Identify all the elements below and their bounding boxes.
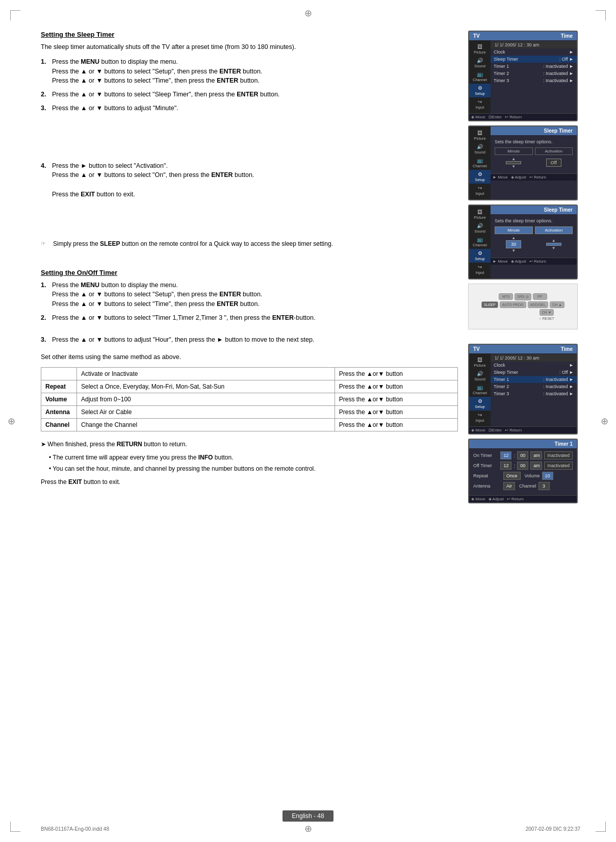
footer-enter: ⊡Enter [489, 428, 502, 432]
sleep-footer-2: ► Move ◈ Adjust ↩ Return [491, 258, 577, 265]
nav-label: Sound [474, 64, 485, 68]
sleep-header-1: Sleep Timer [491, 126, 577, 135]
channel-value: 3 [538, 482, 550, 490]
setup-icon: ⚙ [478, 85, 482, 91]
repeat-label: Repeat [473, 473, 501, 478]
minute-control: ▲ ▼ [495, 157, 533, 169]
btn-mts: MTS [499, 293, 513, 300]
tv-footer-time1: ◈ Move ⊡Enter ↩ Return [469, 113, 577, 120]
s2-step-2: 2. Press the ▲ or ▼ buttons to select "T… [41, 313, 458, 323]
nav-label: Picture [474, 136, 485, 141]
tv-menu-clock: Clock ► [491, 48, 577, 56]
remote-row-3: CH ▼ [492, 309, 554, 316]
corner-mark-bl [10, 822, 20, 832]
s2-step-2-text: Press the ▲ or ▼ buttons to select "Time… [52, 313, 458, 323]
sleep-nav-sound: 🔊 Sound [469, 221, 491, 235]
section1-steps: 1. Press the MENU button to display the … [41, 57, 458, 113]
channel-icon: 📺 [477, 237, 483, 242]
antenna-value: Air [503, 482, 515, 490]
footer-move: ◈ Move [471, 115, 485, 119]
step-4: 4. Press the ► button to select "Activat… [41, 161, 458, 199]
section2-steps: 1. Press the MENU button to display the … [41, 280, 458, 323]
compass-top: ⊕ [304, 8, 312, 19]
tv-nav-setup-2: ⚙ Setup [469, 397, 491, 411]
table-cell: Adjust from 0~100 [77, 393, 335, 406]
nav-label: Picture [474, 50, 485, 55]
footer-return: ↩ Return [507, 497, 524, 501]
tv-header-right-2: Time [561, 346, 573, 352]
sleep-nav-setup: ⚙ Setup [469, 170, 491, 184]
col-minute-sel: Minute [495, 226, 533, 234]
input-icon: ↪ [478, 185, 482, 191]
tv-footer-time2: ◈ Move ⊡Enter ↩ Return [469, 426, 577, 433]
tv-header-right: Time [561, 33, 573, 39]
sleep-nav-input: ↪ Input [469, 184, 491, 197]
activation-value: Off [546, 159, 561, 167]
activation-control: Off [535, 159, 573, 167]
timer1-screen: Timer 1 On Timer 12 : 00 am Inactivated … [468, 439, 578, 503]
sleep-note: ☞ Simply press the SLEEP button on the r… [41, 239, 458, 248]
footer-adjust: ◈ Adjust [489, 497, 504, 501]
timer-offtimer-row: Off Timer 12 : 00 am Inactivated [473, 462, 573, 470]
step-3-num: 3. [41, 104, 49, 113]
footer-adjust: ◈ Adjust [511, 175, 526, 180]
section1-title: Setting the Sleep Timer [41, 31, 458, 38]
bullet-list: The current time will appear every time … [49, 453, 458, 473]
menu-value: : Inactivated ► [543, 391, 574, 396]
note-icon: ☞ [41, 239, 49, 248]
menu-label: Sleep Timer [494, 370, 518, 375]
tv-sidebar-time2: 🖼 Picture 🔊 Sound 📺 Channel ⚙ [469, 353, 577, 426]
nav-label: Setup [475, 257, 485, 261]
tv-nav-sound-2: 🔊 Sound [469, 369, 491, 383]
nav-label: Picture [474, 363, 485, 368]
sound-icon: 🔊 [477, 144, 483, 149]
compass-right: ⊕ [601, 416, 608, 427]
sound-icon: 🔊 [477, 58, 483, 63]
sleep-col-headers-1: Minute Activation [495, 147, 573, 155]
offtimer-label: Off Timer [473, 463, 498, 468]
exit-note: Press the EXIT button to exit. [41, 478, 458, 486]
table-cell: Select Air or Cable [77, 406, 335, 419]
tv-nav-channel-2: 📺 Channel [469, 383, 491, 397]
nav-label: Input [476, 418, 484, 423]
nav-label: Setup [475, 404, 485, 409]
remote-control-image: MTS SRS ◎ PP SLEEP AUTO PROG ADD/DEL CH … [468, 284, 578, 329]
channel-icon: 📺 [477, 158, 483, 163]
return-note: ➤ When finished, press the RETURN button… [41, 440, 458, 449]
tv-content-time2: 1/ 1/ 2005/ 12 : 30 am Clock ► Sleep Tim… [491, 353, 577, 426]
offtimer-ampm: am [530, 462, 542, 470]
minute-value-2: 30 [506, 240, 521, 248]
step-2: 2. Press the ▲ or ▼ buttons to select "S… [41, 90, 458, 99]
btn-reset-label: ○ RESET [539, 317, 554, 320]
sleep-nav-channel: 📺 Channel [469, 235, 491, 249]
nav-label: Channel [473, 391, 487, 395]
sleep-footer-1: ► Move ◈ Adjust ↩ Return [491, 173, 577, 181]
section2-title: Setting the On/Off Timer [41, 269, 458, 276]
step-2-text: Press the ▲ or ▼ buttons to select "Slee… [52, 90, 458, 99]
s2-step-2-num: 2. [41, 313, 49, 323]
input-icon: ↪ [478, 99, 482, 105]
setup-icon: ⚙ [478, 171, 482, 177]
minute-control-2: ▲ 30 ▼ [495, 236, 533, 253]
step-4-num: 4. [41, 161, 49, 199]
tv-nav-picture-2: 🖼 Picture [469, 355, 491, 369]
sleep-controls-1: ▲ ▼ Off [495, 157, 573, 169]
tv-header-time2: TV Time [469, 345, 577, 353]
step-1-num: 1. [41, 57, 49, 86]
table-cell: Press the ▲or▼ button [335, 368, 457, 380]
sleep-content-1: Sets the sleep timer options. Minute Act… [491, 135, 577, 173]
menu-label: Clock [494, 363, 505, 368]
corner-mark-br [596, 822, 606, 832]
table-row: Repeat Select a Once, Everyday, Mon-Fri,… [41, 380, 458, 393]
menu-value: : Off ► [559, 370, 574, 375]
tv-menu-timer2-2: Timer 2 : Inactivated ► [491, 383, 577, 390]
sleep-subtitle-1: Sets the sleep timer options. [495, 139, 573, 144]
channel-label: Channel [519, 483, 536, 489]
s2-step-3: 3. Press the ▲ or ▼ buttons to adjust "H… [41, 335, 458, 345]
table-row: Antenna Select Air or Cable Press the ▲o… [41, 406, 458, 419]
ontimer-label: On Timer [473, 453, 498, 458]
corner-mark-tl [10, 10, 20, 20]
remote-row-4: ○ RESET [492, 317, 554, 320]
btn-srs: SRS ◎ [515, 293, 531, 300]
menu-arrow: ► [569, 49, 574, 55]
